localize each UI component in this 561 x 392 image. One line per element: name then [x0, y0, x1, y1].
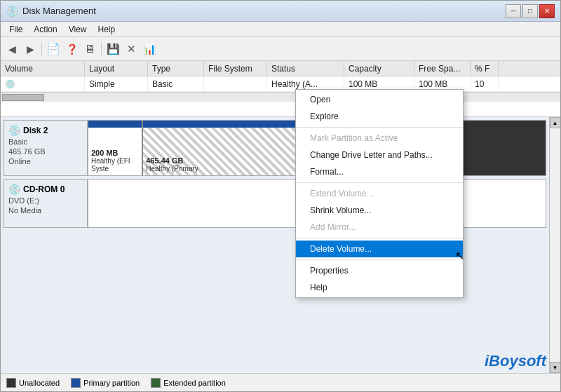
disk2-p1-size: 200 MB: [91, 149, 139, 157]
ctx-sep-4: [296, 259, 463, 260]
toolbar-forward[interactable]: ▶: [22, 41, 39, 58]
th-filesystem[interactable]: File System: [204, 61, 267, 76]
toolbar-sep-2: [101, 42, 102, 56]
td-layout-0: Simple: [85, 76, 148, 91]
td-type-0: Basic: [148, 76, 204, 91]
th-capacity[interactable]: Capacity: [344, 61, 414, 76]
legend-extended: Extended partition: [151, 378, 226, 388]
scroll-track[interactable]: [550, 128, 560, 362]
title-bar-controls: ─ □ ✕: [506, 4, 555, 18]
legend-extended-label: Extended partition: [163, 379, 226, 387]
disk2-icon: 💿: [8, 125, 20, 136]
th-volume[interactable]: Volume: [1, 61, 85, 76]
maximize-button[interactable]: □: [522, 4, 538, 18]
th-percent[interactable]: % F: [471, 61, 499, 76]
main-content: Volume Layout Type File System Status Ca…: [1, 61, 560, 391]
disk-row-disk2: 💿 Disk 2 Basic 465.76 GB Online 200 MB H…: [4, 120, 546, 176]
legend-primary: Primary partition: [71, 378, 140, 388]
toolbar-monitor[interactable]: 🖥: [81, 41, 98, 58]
td-filesystem-0: [204, 76, 267, 91]
toolbar-doc[interactable]: 📄: [45, 41, 62, 58]
context-menu: Open Explore Mark Partition as Active Ch…: [295, 89, 464, 298]
table-row[interactable]: 💿 Simple Basic Healthy (A... 100 MB 100 …: [1, 76, 560, 92]
table-header: Volume Layout Type File System Status Ca…: [1, 61, 560, 76]
legend-primary-color: [71, 378, 81, 388]
ctx-extend: Extend Volume...: [296, 185, 463, 202]
ctx-properties[interactable]: Properties: [296, 262, 463, 279]
disk2-p1-label: Healthy (EFI Syste: [91, 157, 139, 173]
legend-extended-color: [151, 378, 161, 388]
disk-label-cdrom0: 💿 CD-ROM 0 DVD (E:) No Media: [4, 180, 88, 227]
th-layout[interactable]: Layout: [85, 61, 148, 76]
menu-file[interactable]: File: [4, 23, 28, 36]
th-type[interactable]: Type: [148, 61, 204, 76]
disk-label-disk2: 💿 Disk 2 Basic 465.76 GB Online: [4, 121, 88, 175]
disk-row-cdrom0: 💿 CD-ROM 0 DVD (E:) No Media: [4, 179, 546, 228]
h-scrollbar[interactable]: [1, 92, 560, 102]
cdrom0-type: DVD (E:): [8, 196, 83, 205]
cdrom0-name: CD-ROM 0: [23, 184, 65, 194]
menu-bar: File Action View Help: [1, 22, 560, 37]
toolbar-disk[interactable]: 💾: [104, 41, 121, 58]
table-area: Volume Layout Type File System Status Ca…: [1, 61, 560, 117]
th-freespace[interactable]: Free Spa...: [414, 61, 471, 76]
cdrom0-icon: 💿: [8, 184, 20, 195]
disk2-name: Disk 2: [23, 126, 48, 135]
ctx-help[interactable]: Help: [296, 279, 463, 296]
ctx-delete-volume[interactable]: Delete Volume...: [296, 241, 463, 257]
ctx-add-mirror: Add Mirror...: [296, 219, 463, 236]
menu-help[interactable]: Help: [93, 23, 121, 36]
scroll-up-arrow[interactable]: ▲: [550, 117, 561, 128]
toolbar-chart[interactable]: 📊: [141, 41, 158, 58]
disk2-size: 465.76 GB: [8, 147, 83, 156]
toolbar-help[interactable]: ❓: [63, 41, 80, 58]
th-status[interactable]: Status: [267, 61, 344, 76]
ctx-format[interactable]: Format...: [296, 163, 463, 180]
toolbar: ◀ ▶ 📄 ❓ 🖥 💾 ✕ 📊: [1, 37, 560, 61]
minimize-button[interactable]: ─: [506, 4, 521, 18]
ctx-sep-1: [296, 127, 463, 128]
menu-action[interactable]: Action: [28, 23, 62, 36]
legend-primary-label: Primary partition: [83, 379, 140, 387]
ctx-explore[interactable]: Explore: [296, 108, 463, 125]
disk2-type: Basic: [8, 137, 83, 146]
disk2-partition-1[interactable]: 200 MB Healthy (EFI Syste: [88, 121, 143, 175]
ctx-sep-2: [296, 182, 463, 183]
window-title: Disk Management: [22, 6, 96, 16]
scroll-down-arrow[interactable]: ▼: [550, 362, 561, 373]
cdrom0-title: 💿 CD-ROM 0: [8, 184, 83, 195]
ctx-change-letter[interactable]: Change Drive Letter and Paths...: [296, 147, 463, 163]
cdrom0-status: No Media: [8, 206, 83, 215]
toolbar-delete[interactable]: ✕: [123, 41, 140, 58]
ctx-sep-3: [296, 238, 463, 238]
menu-view[interactable]: View: [63, 23, 93, 36]
disk-section: 💿 Disk 2 Basic 465.76 GB Online 200 MB H…: [1, 117, 560, 373]
disk2-status: Online: [8, 157, 83, 165]
ctx-shrink[interactable]: Shrink Volume...: [296, 202, 463, 219]
title-bar-left: 💿 Disk Management: [6, 6, 96, 17]
toolbar-back[interactable]: ◀: [4, 41, 20, 58]
toolbar-sep-1: [41, 42, 42, 56]
legend-unallocated-color: [6, 378, 16, 388]
legend-unallocated-label: Unallocated: [19, 379, 60, 387]
close-button[interactable]: ✕: [539, 4, 555, 18]
h-scroll-thumb[interactable]: [2, 94, 44, 101]
ctx-mark-active: Mark Partition as Active: [296, 130, 463, 147]
window-icon: 💿: [6, 6, 18, 17]
ctx-open[interactable]: Open: [296, 91, 463, 108]
vertical-scrollbar[interactable]: ▲ ▼: [549, 117, 560, 373]
td-percent-0: 10: [471, 76, 499, 91]
legend: Unallocated Primary partition Extended p…: [1, 373, 560, 391]
legend-unallocated: Unallocated: [6, 378, 60, 388]
disk-area: 💿 Disk 2 Basic 465.76 GB Online 200 MB H…: [1, 117, 549, 373]
window: 💿 Disk Management ─ □ ✕ File Action View…: [0, 0, 561, 392]
title-bar: 💿 Disk Management ─ □ ✕: [1, 1, 560, 22]
disk2-title: 💿 Disk 2: [8, 125, 83, 136]
td-volume-0: 💿: [1, 76, 85, 91]
